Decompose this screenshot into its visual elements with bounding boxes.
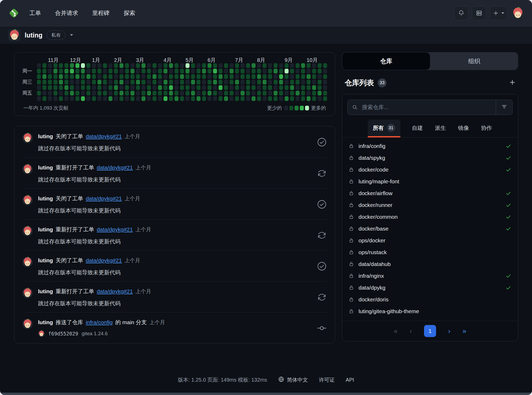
heatmap-cell[interactable]: [136, 91, 140, 95]
heatmap-cell[interactable]: [158, 80, 162, 84]
heatmap-cell[interactable]: [86, 80, 90, 84]
heatmap-cell[interactable]: [241, 91, 245, 95]
heatmap-cell[interactable]: [235, 80, 239, 84]
heatmap-cell[interactable]: [125, 69, 129, 73]
heatmap-cell[interactable]: [136, 96, 140, 101]
heatmap-cell[interactable]: [186, 96, 189, 101]
heatmap-cell[interactable]: [59, 96, 63, 101]
heatmap-cell[interactable]: [64, 91, 68, 95]
heatmap-cell[interactable]: [114, 80, 118, 84]
repo-name[interactable]: docker/base: [359, 226, 388, 232]
heatmap-cell[interactable]: [37, 63, 41, 68]
heatmap-cell[interactable]: [86, 63, 90, 68]
heatmap-cell[interactable]: [142, 85, 145, 90]
heatmap-cell[interactable]: [142, 96, 145, 101]
repo-row[interactable]: data/dpykg: [349, 282, 512, 293]
heatmap-cell[interactable]: [323, 85, 327, 90]
heatmap-cell[interactable]: [81, 69, 85, 73]
heatmap-cell[interactable]: [53, 69, 57, 73]
heatmap-cell[interactable]: [136, 85, 140, 90]
heatmap-cell[interactable]: [169, 63, 173, 68]
repo-row[interactable]: ops/rustack: [349, 246, 512, 258]
heatmap-cell[interactable]: [86, 91, 90, 95]
heatmap-cell[interactable]: [219, 63, 222, 68]
heatmap-cell[interactable]: [296, 91, 300, 95]
heatmap-cell[interactable]: [158, 63, 162, 68]
heatmap-cell[interactable]: [257, 74, 261, 79]
heatmap-cell[interactable]: [81, 85, 85, 90]
gitea-logo-icon[interactable]: [8, 7, 20, 19]
heatmap-cell[interactable]: [131, 74, 134, 79]
heatmap-cell[interactable]: [197, 63, 200, 68]
heatmap-cell[interactable]: [97, 69, 101, 73]
heatmap-cell[interactable]: [197, 91, 200, 95]
heatmap-cell[interactable]: [81, 74, 85, 79]
heatmap-cell[interactable]: [274, 63, 278, 68]
heatmap-cell[interactable]: [268, 80, 272, 84]
repo-filter-3[interactable]: 镜像: [458, 120, 470, 137]
heatmap-cell[interactable]: [290, 80, 294, 84]
heatmap-cell[interactable]: [70, 63, 74, 68]
heatmap-cell[interactable]: [301, 74, 305, 79]
heatmap-cell[interactable]: [312, 85, 316, 90]
heatmap-cell[interactable]: [263, 63, 267, 68]
heatmap-cell[interactable]: [285, 96, 289, 101]
heatmap-cell[interactable]: [180, 69, 184, 73]
heatmap-cell[interactable]: [37, 74, 41, 79]
current-page-button[interactable]: 1: [424, 325, 436, 337]
heatmap-cell[interactable]: [296, 85, 300, 90]
heatmap-cell[interactable]: [301, 63, 305, 68]
heatmap-cell[interactable]: [224, 80, 228, 84]
heatmap-cell[interactable]: [246, 80, 250, 84]
heatmap-cell[interactable]: [318, 63, 322, 68]
heatmap-cell[interactable]: [131, 91, 134, 95]
heatmap-cell[interactable]: [274, 96, 278, 101]
heatmap-cell[interactable]: [318, 91, 322, 95]
heatmap-cell[interactable]: [164, 69, 167, 73]
heatmap-cell[interactable]: [175, 74, 178, 79]
heatmap-cell[interactable]: [252, 85, 256, 90]
heatmap-cell[interactable]: [202, 69, 206, 73]
heatmap-cell[interactable]: [64, 63, 68, 68]
heatmap-cell[interactable]: [37, 85, 41, 90]
feed-repo-link[interactable]: data/dpykg#21: [86, 133, 122, 140]
heatmap-cell[interactable]: [108, 91, 112, 95]
heatmap-cell[interactable]: [219, 69, 222, 73]
heatmap-cell[interactable]: [153, 85, 156, 90]
heatmap-cell[interactable]: [263, 91, 267, 95]
heatmap-cell[interactable]: [230, 85, 234, 90]
heatmap-cell[interactable]: [103, 80, 107, 84]
heatmap-cell[interactable]: [191, 85, 195, 90]
heatmap-cell[interactable]: [142, 69, 145, 73]
heatmap-cell[interactable]: [301, 69, 305, 73]
repo-name[interactable]: docker/common: [359, 214, 398, 220]
heatmap-cell[interactable]: [246, 74, 250, 79]
heatmap-cell[interactable]: [103, 96, 107, 101]
heatmap-cell[interactable]: [158, 91, 162, 95]
heatmap-cell[interactable]: [235, 63, 239, 68]
heatmap-cell[interactable]: [53, 63, 57, 68]
heatmap-cell[interactable]: [296, 63, 300, 68]
heatmap-cell[interactable]: [241, 74, 245, 79]
heatmap-cell[interactable]: [263, 80, 267, 84]
repo-row[interactable]: luting/maple-font: [349, 175, 512, 187]
repo-name[interactable]: infra/nginx: [359, 273, 384, 279]
heatmap-cell[interactable]: [64, 80, 68, 84]
heatmap-cell[interactable]: [142, 74, 145, 79]
heatmap-cell[interactable]: [86, 74, 90, 79]
heatmap-cell[interactable]: [224, 74, 228, 79]
heatmap-cell[interactable]: [136, 69, 140, 73]
heatmap-cell[interactable]: [153, 63, 156, 68]
heatmap-cell[interactable]: [37, 80, 41, 84]
heatmap-cell[interactable]: [97, 91, 101, 95]
heatmap-cell[interactable]: [158, 85, 162, 90]
heatmap-cell[interactable]: [323, 96, 327, 101]
heatmap-cell[interactable]: [230, 91, 234, 95]
nav-link-2[interactable]: 里程碑: [92, 9, 110, 17]
heatmap-cell[interactable]: [186, 63, 189, 68]
heatmap-cell[interactable]: [114, 63, 118, 68]
heatmap-cell[interactable]: [202, 91, 206, 95]
heatmap-cell[interactable]: [180, 96, 184, 101]
heatmap-cell[interactable]: [312, 69, 316, 73]
heatmap-cell[interactable]: [191, 96, 195, 101]
